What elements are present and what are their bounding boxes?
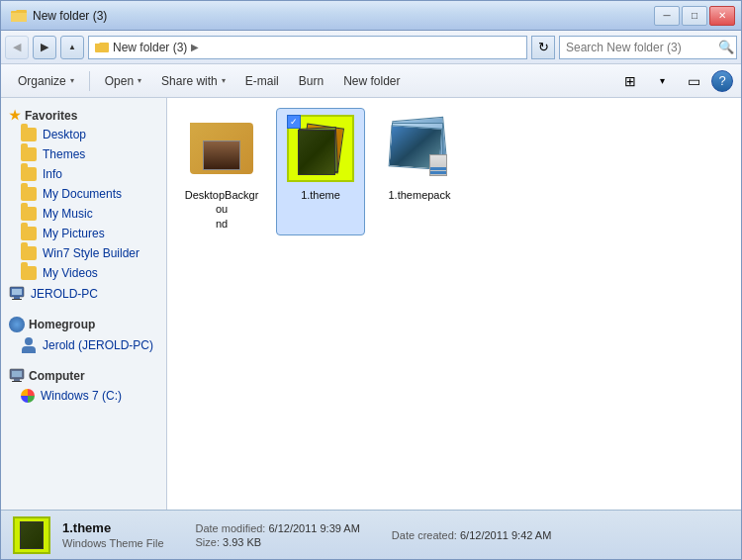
view-dropdown-button[interactable]: ▾ bbox=[648, 68, 676, 94]
desktopbackground-label: DesktopBackground bbox=[182, 188, 261, 231]
computer-section-label: Computer bbox=[29, 369, 85, 383]
favorites-star-icon: ★ bbox=[9, 108, 21, 123]
share-button[interactable]: Share with ▾ bbox=[152, 68, 234, 94]
sidebar: ★ Favorites Desktop Themes Info M bbox=[1, 98, 167, 510]
help-button[interactable]: ? bbox=[711, 70, 733, 92]
status-size-value: 3.93 KB bbox=[223, 536, 261, 548]
svg-rect-3 bbox=[12, 299, 22, 300]
status-filename: 1.theme bbox=[62, 520, 164, 535]
sidebar-item-mypictures[interactable]: My Pictures bbox=[1, 224, 166, 243]
sidebar-item-info[interactable]: Info bbox=[1, 164, 166, 184]
file-item-1themepack[interactable]: 1.themepack bbox=[375, 108, 464, 235]
burn-button[interactable]: Burn bbox=[290, 68, 332, 94]
status-date-modified-value: 6/12/2011 9:39 AM bbox=[269, 522, 360, 534]
sidebar-item-mydocuments-label: My Documents bbox=[43, 187, 122, 201]
myvideos-folder-icon bbox=[21, 266, 37, 280]
search-box[interactable]: 🔍 bbox=[559, 36, 737, 59]
path-folder-icon bbox=[95, 42, 109, 53]
sidebar-jeroldpc-label: JEROLD-PC bbox=[31, 287, 98, 301]
minimize-button[interactable]: ─ bbox=[654, 6, 680, 26]
sidebar-item-desktop-label: Desktop bbox=[43, 128, 86, 141]
mypictures-folder-icon bbox=[21, 227, 37, 240]
forward-button[interactable]: ▶ bbox=[33, 36, 56, 59]
tp-zip-stripe-2 bbox=[430, 171, 446, 174]
svg-rect-1 bbox=[12, 289, 22, 295]
sidebar-item-myvideos[interactable]: My Videos bbox=[1, 263, 166, 283]
status-details-2: Date created: 6/12/2011 9:42 AM bbox=[392, 529, 551, 541]
tp-zip-stripe-1 bbox=[430, 167, 446, 170]
window-title: New folder (3) bbox=[33, 9, 107, 23]
status-details: Date modified: 6/12/2011 9:39 AM Size: 3… bbox=[196, 522, 360, 548]
open-button[interactable]: Open ▾ bbox=[96, 68, 150, 94]
computer-section: Computer Windows 7 (C:) bbox=[1, 364, 166, 406]
toolbar-right: ⊞ ▾ ▭ ? bbox=[616, 68, 733, 94]
homegroup-icon bbox=[9, 317, 25, 332]
computer-section-icon bbox=[9, 368, 25, 384]
user-icon bbox=[21, 337, 37, 353]
sidebar-item-jeroldpc[interactable]: JEROLD-PC bbox=[1, 283, 166, 305]
share-label: Share with bbox=[161, 74, 218, 88]
info-folder-icon bbox=[21, 167, 37, 181]
win7sb-folder-icon bbox=[21, 246, 37, 260]
desktopbackground-icon bbox=[186, 113, 257, 184]
homegroup-title: Homegroup bbox=[1, 313, 166, 334]
title-bar-left: New folder (3) bbox=[11, 9, 107, 23]
folder-photo bbox=[203, 140, 240, 170]
folder-photo-person bbox=[204, 141, 239, 169]
sidebar-item-win7sb-label: Win7 Style Builder bbox=[43, 246, 139, 260]
sidebar-item-win7stylebuilder[interactable]: Win7 Style Builder bbox=[1, 243, 166, 263]
address-path[interactable]: New folder (3) ▶ bbox=[88, 36, 527, 59]
status-size-row: Size: 3.93 KB bbox=[196, 536, 360, 548]
organize-dropdown-arrow: ▾ bbox=[70, 76, 74, 85]
sidebar-item-drive-c[interactable]: Windows 7 (C:) bbox=[1, 386, 166, 406]
favorites-title: ★ Favorites bbox=[1, 104, 166, 125]
desktop-folder-icon bbox=[21, 128, 37, 141]
burn-label: Burn bbox=[299, 74, 324, 88]
sidebar-item-mymusic[interactable]: My Music bbox=[1, 204, 166, 224]
status-size-label: Size: bbox=[196, 536, 220, 548]
1theme-label: 1.theme bbox=[301, 188, 340, 202]
sidebar-item-desktop[interactable]: Desktop bbox=[1, 125, 166, 144]
back-button[interactable]: ◀ bbox=[5, 36, 29, 59]
svg-rect-7 bbox=[12, 381, 22, 382]
sidebar-item-themes[interactable]: Themes bbox=[1, 144, 166, 164]
sidebar-item-mypictures-label: My Pictures bbox=[43, 227, 105, 240]
new-folder-label: New folder bbox=[343, 74, 400, 88]
monitor-icon bbox=[9, 286, 25, 302]
sidebar-item-mydocuments[interactable]: My Documents bbox=[1, 184, 166, 204]
1theme-icon: ✓ bbox=[285, 113, 356, 184]
email-button[interactable]: E-mail bbox=[236, 68, 288, 94]
file-item-1theme[interactable]: ✓ 1.theme bbox=[276, 108, 365, 235]
1themepack-label: 1.themepack bbox=[389, 188, 451, 202]
theme-book-frontcover bbox=[298, 130, 335, 175]
homegroup-label: Homegroup bbox=[29, 318, 95, 331]
new-folder-button[interactable]: New folder bbox=[334, 68, 409, 94]
sidebar-item-themes-label: Themes bbox=[43, 147, 85, 161]
status-mini-book bbox=[20, 521, 44, 549]
refresh-button[interactable]: ↻ bbox=[531, 36, 555, 59]
mymusic-folder-icon bbox=[21, 207, 37, 221]
mydocuments-folder-icon bbox=[21, 187, 37, 201]
title-bar: New folder (3) ─ □ ✕ bbox=[1, 1, 741, 31]
address-bar: ◀ ▶ ▲ New folder (3) ▶ ↻ 🔍 bbox=[1, 31, 741, 64]
up-button[interactable]: ▲ bbox=[60, 36, 84, 59]
open-label: Open bbox=[105, 74, 134, 88]
homegroup-user-label: Jerold (JEROLD-PC) bbox=[43, 338, 153, 352]
preview-pane-button[interactable]: ▭ bbox=[680, 68, 707, 94]
drive-c-label: Windows 7 (C:) bbox=[41, 389, 122, 403]
favorites-section: ★ Favorites Desktop Themes Info M bbox=[1, 104, 166, 305]
search-input[interactable] bbox=[566, 41, 714, 54]
close-button[interactable]: ✕ bbox=[709, 6, 735, 26]
maximize-button[interactable]: □ bbox=[682, 6, 707, 26]
file-area: DesktopBackground ✓ 1.theme bbox=[167, 98, 741, 510]
svg-rect-2 bbox=[14, 297, 20, 299]
file-item-desktopbackground[interactable]: DesktopBackground bbox=[177, 108, 266, 235]
themepack-shape bbox=[388, 117, 451, 180]
organize-button[interactable]: Organize ▾ bbox=[9, 68, 83, 94]
view-toggle-button[interactable]: ⊞ bbox=[616, 68, 644, 94]
email-label: E-mail bbox=[245, 74, 279, 88]
sidebar-item-jerold-user[interactable]: Jerold (JEROLD-PC) bbox=[1, 334, 166, 356]
organize-label: Organize bbox=[18, 74, 66, 88]
status-file-icon bbox=[13, 516, 50, 554]
path-arrow: ▶ bbox=[191, 42, 199, 52]
